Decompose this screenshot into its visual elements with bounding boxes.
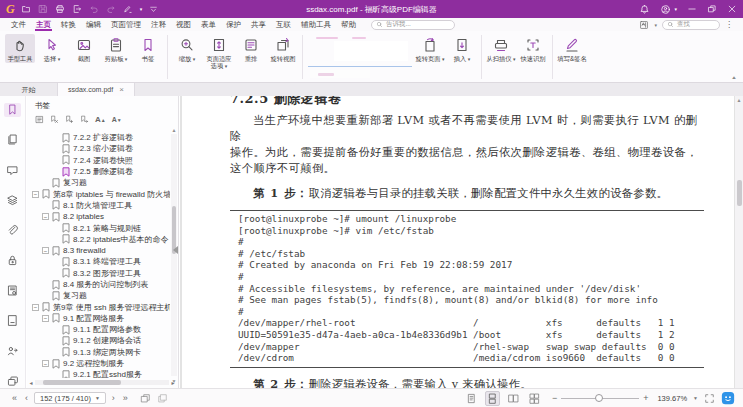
menu-tab-共享[interactable]: 共享 xyxy=(246,18,271,31)
bookmark-tree-item[interactable]: 8.3.2 图形管理工具 xyxy=(27,268,170,279)
bookmark-tree-item[interactable]: −第9章 使用 ssh 服务管理远程主机 xyxy=(27,301,170,312)
scroll-up-icon[interactable]: ▲ xyxy=(171,127,177,133)
quick-edit-icon[interactable] xyxy=(639,20,649,30)
customize-toolbar-icon[interactable] xyxy=(149,5,158,14)
layers-panel-button[interactable] xyxy=(4,193,21,207)
bookmark-tree-item[interactable]: 7.2.5 删除逻辑卷 xyxy=(27,166,170,177)
ribbon-rotate-page-button[interactable]: 旋转页面 ▾ xyxy=(415,34,445,64)
next-view-icon[interactable] xyxy=(157,393,168,404)
bookmark-tree-item[interactable]: 复习题 xyxy=(27,177,170,188)
bookmark-tree-item[interactable]: 9.1.3 绑定两块网卡 xyxy=(27,347,170,358)
notifications-icon[interactable] xyxy=(639,4,650,15)
page-number-box[interactable]: 152 (175 / 410) ▼ xyxy=(34,392,106,404)
close-tab-icon[interactable]: × xyxy=(119,86,124,94)
bookmark-tree-item[interactable]: 9.1.1 配置网络参数 xyxy=(27,324,170,335)
bookmarks-panel-button[interactable] xyxy=(4,103,21,117)
ribbon-select-button[interactable]: 选择 ▾ xyxy=(37,34,67,64)
fullscreen-icon[interactable] xyxy=(704,393,715,404)
ribbon-fill-sign-button[interactable]: 填写&签名 xyxy=(557,34,587,63)
menu-tab-互联[interactable]: 互联 xyxy=(271,18,296,31)
foxit-logo-icon[interactable]: G xyxy=(6,3,15,15)
attachments-panel-button[interactable] xyxy=(4,224,21,238)
zoom-in-icon[interactable]: + xyxy=(643,393,648,403)
previous-view-icon[interactable] xyxy=(140,393,151,404)
menu-tab-视图[interactable]: 视图 xyxy=(171,18,196,31)
font-increase-button[interactable]: A▲ xyxy=(95,116,106,124)
font-decrease-button[interactable]: A▼ xyxy=(112,116,122,124)
bookmark-tree-item[interactable]: 8.2.2 iptables中基本的命令 xyxy=(27,234,170,245)
bookmarks-horizontal-scrollbar[interactable]: ◂ ▸ xyxy=(27,379,177,386)
zoom-slider[interactable] xyxy=(561,398,639,399)
find-input[interactable]: 查找 xyxy=(662,20,720,30)
ribbon-snapshot-button[interactable]: 截图 xyxy=(69,34,99,63)
redo-icon[interactable] xyxy=(106,4,116,14)
bookmark-tree-item[interactable]: −9.1 配置网络服务 xyxy=(27,313,170,324)
delete-bookmark-button[interactable] xyxy=(50,115,59,124)
bookmark-tree-item[interactable]: −8.2 iptables xyxy=(27,211,170,222)
zoom-level[interactable]: 139.67% xyxy=(657,394,687,403)
ink-sign-icon[interactable] xyxy=(123,4,133,14)
ribbon-scanner-button[interactable]: 从扫描仪 ▾ xyxy=(486,34,516,64)
pages-panel-button[interactable] xyxy=(4,133,21,147)
fields-panel-button[interactable] xyxy=(4,374,21,388)
ribbon-reflow-button[interactable]: 重排 xyxy=(236,34,266,63)
zoom-dropdown-icon[interactable]: ▼ xyxy=(693,395,698,401)
panel-menu-button[interactable] xyxy=(35,115,44,124)
bookmark-tree-item[interactable]: 8.1 防火墙管理工具 xyxy=(27,200,170,211)
bookmark-tree-item[interactable]: 7.2.3 缩小逻辑卷 xyxy=(27,143,170,154)
bookmark-tree-item[interactable]: 9.1.2 创建网络会话 xyxy=(27,335,170,346)
ribbon-insert-page-button[interactable]: 插入 ▾ xyxy=(447,34,477,64)
menu-tab-转换[interactable]: 转换 xyxy=(56,18,81,31)
document-vertical-scrollbar[interactable]: ▲ xyxy=(735,96,743,388)
goto-bookmark-button[interactable] xyxy=(80,115,89,124)
scroll-left-icon[interactable]: ◂ xyxy=(27,379,35,386)
bookmark-tree-item[interactable]: −第8章 iptables 与 firewalld 防火墙 xyxy=(27,188,170,199)
menu-tab-表单[interactable]: 表单 xyxy=(196,18,221,31)
first-page-icon[interactable]: « xyxy=(8,393,21,403)
menu-tab-注释[interactable]: 注释 xyxy=(146,18,171,31)
destinations-panel-button[interactable] xyxy=(4,314,21,328)
bookmark-tree-item[interactable]: 复习题 xyxy=(27,290,170,301)
document-tab-ssdax.com.pdf[interactable]: ssdax.com.pdf× xyxy=(58,83,135,96)
collapse-ribbon-icon[interactable]: ▲ xyxy=(731,75,737,80)
ribbon-bookmark-button[interactable]: 书签 xyxy=(133,34,163,63)
undo-icon[interactable] xyxy=(89,4,99,14)
bookmark-tree-item[interactable]: −9.2 远程控制服务 xyxy=(27,358,170,369)
bookmark-tree-item[interactable]: 7.2.4 逻辑卷快照 xyxy=(27,155,170,166)
menu-tab-主页[interactable]: 主页 xyxy=(31,18,56,31)
menu-tab-帮助[interactable]: 帮助 xyxy=(336,18,361,31)
quick-edit-dropdown-icon[interactable]: ▾ xyxy=(654,22,657,28)
menu-tab-文件[interactable]: 文件 xyxy=(6,18,31,31)
add-bookmark-button[interactable] xyxy=(65,115,74,124)
ribbon-clipboard-button[interactable]: 剪贴板 ▾ xyxy=(101,34,131,64)
minimize-icon[interactable] xyxy=(687,4,697,14)
bookmark-tree-item[interactable]: 9.2.1 配置sshd服务 xyxy=(27,369,170,378)
bookmark-tree-item[interactable]: −8.3 firewalld xyxy=(27,245,170,256)
zoom-slider-thumb[interactable] xyxy=(595,394,603,402)
menu-tab-编辑[interactable]: 编辑 xyxy=(81,18,106,31)
menu-tab-页面管理[interactable]: 页面管理 xyxy=(106,18,146,31)
close-icon[interactable] xyxy=(727,4,737,14)
scrollbar-thumb[interactable] xyxy=(43,380,121,385)
collapse-node-icon[interactable]: − xyxy=(42,213,49,220)
restore-icon[interactable] xyxy=(707,4,717,14)
account-dropdown-icon[interactable]: ▾ xyxy=(674,6,677,12)
scrollbar-thumb[interactable] xyxy=(737,180,742,206)
share-review-panel-button[interactable] xyxy=(4,344,21,358)
previous-page-icon[interactable]: ‹ xyxy=(21,393,32,403)
more-options-icon[interactable]: ⋮ xyxy=(725,20,733,29)
comments-panel-button[interactable] xyxy=(4,163,21,177)
account-icon[interactable] xyxy=(660,4,671,15)
page-dropdown-icon[interactable]: ▼ xyxy=(95,395,100,401)
zoom-out-icon[interactable]: − xyxy=(552,393,557,403)
tell-me-search-input[interactable]: 告诉我... xyxy=(371,20,455,30)
next-page-icon[interactable]: › xyxy=(108,393,119,403)
collapse-node-icon[interactable]: − xyxy=(42,360,49,367)
open-icon[interactable] xyxy=(21,4,31,14)
collapse-node-icon[interactable]: − xyxy=(42,247,49,254)
collapse-node-icon[interactable]: − xyxy=(42,315,49,322)
document-tab-开始[interactable]: 开始 xyxy=(0,83,58,96)
continuous-view-icon[interactable] xyxy=(485,391,500,406)
scroll-right-icon[interactable]: ▸ xyxy=(169,379,177,386)
security-panel-button[interactable] xyxy=(4,254,21,268)
